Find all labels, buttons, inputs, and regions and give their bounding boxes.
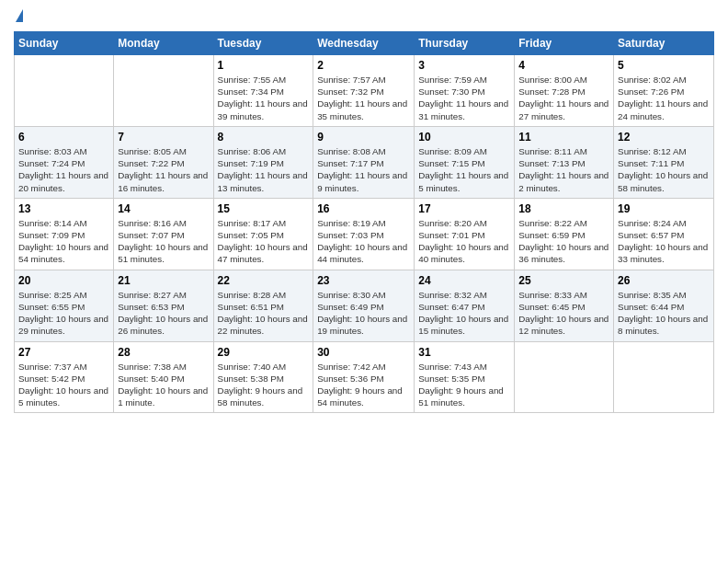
- calendar-cell: 2Sunrise: 7:57 AMSunset: 7:32 PMDaylight…: [313, 55, 415, 127]
- day-number: 24: [418, 274, 510, 287]
- day-header-friday: Friday: [515, 32, 614, 55]
- day-number: 4: [518, 59, 609, 72]
- cell-content: Sunrise: 7:57 AMSunset: 7:32 PMDaylight:…: [317, 74, 410, 122]
- day-header-sunday: Sunday: [15, 32, 114, 55]
- day-number: 29: [218, 346, 310, 359]
- day-header-thursday: Thursday: [415, 32, 515, 55]
- day-number: 9: [317, 131, 410, 144]
- day-number: 30: [317, 346, 410, 359]
- cell-content: Sunrise: 7:37 AMSunset: 5:42 PMDaylight:…: [18, 361, 109, 409]
- calendar-cell: 10Sunrise: 8:09 AMSunset: 7:15 PMDayligh…: [415, 126, 515, 198]
- day-number: 5: [618, 59, 710, 72]
- cell-content: Sunrise: 7:38 AMSunset: 5:40 PMDaylight:…: [118, 361, 209, 409]
- calendar-cell: 14Sunrise: 8:16 AMSunset: 7:07 PMDayligh…: [114, 198, 213, 270]
- logo: [14, 9, 23, 24]
- day-number: 26: [618, 274, 710, 287]
- cell-content: Sunrise: 8:27 AMSunset: 6:53 PMDaylight:…: [118, 289, 209, 338]
- day-number: 8: [218, 131, 310, 144]
- calendar-cell: 30Sunrise: 7:42 AMSunset: 5:36 PMDayligh…: [313, 341, 415, 413]
- calendar-cell: 28Sunrise: 7:38 AMSunset: 5:40 PMDayligh…: [114, 341, 213, 413]
- calendar-cell: 29Sunrise: 7:40 AMSunset: 5:38 PMDayligh…: [213, 341, 313, 413]
- cell-content: Sunrise: 7:43 AMSunset: 5:35 PMDaylight:…: [418, 361, 510, 409]
- calendar-cell: 12Sunrise: 8:12 AMSunset: 7:11 PMDayligh…: [614, 126, 714, 198]
- day-number: 16: [317, 202, 410, 215]
- cell-content: Sunrise: 8:30 AMSunset: 6:49 PMDaylight:…: [317, 289, 410, 338]
- calendar-cell: 11Sunrise: 8:11 AMSunset: 7:13 PMDayligh…: [515, 126, 614, 198]
- day-number: 7: [118, 131, 209, 144]
- day-number: 20: [18, 274, 109, 287]
- calendar-cell: 20Sunrise: 8:25 AMSunset: 6:55 PMDayligh…: [15, 270, 114, 341]
- header: [14, 9, 714, 24]
- day-number: 21: [118, 274, 209, 287]
- cell-content: Sunrise: 8:08 AMSunset: 7:17 PMDaylight:…: [317, 145, 410, 194]
- day-number: 23: [317, 274, 410, 287]
- cell-content: Sunrise: 7:42 AMSunset: 5:36 PMDaylight:…: [317, 361, 410, 409]
- calendar-cell: 24Sunrise: 8:32 AMSunset: 6:47 PMDayligh…: [415, 270, 515, 341]
- cell-content: Sunrise: 8:14 AMSunset: 7:09 PMDaylight:…: [18, 217, 109, 266]
- cell-content: Sunrise: 8:17 AMSunset: 7:05 PMDaylight:…: [218, 217, 310, 266]
- cell-content: Sunrise: 8:28 AMSunset: 6:51 PMDaylight:…: [218, 289, 310, 338]
- day-number: 31: [418, 346, 510, 359]
- cell-content: Sunrise: 7:40 AMSunset: 5:38 PMDaylight:…: [218, 361, 310, 409]
- calendar-header-row: SundayMondayTuesdayWednesdayThursdayFrid…: [15, 32, 714, 55]
- day-number: 13: [18, 202, 109, 215]
- cell-content: Sunrise: 7:59 AMSunset: 7:30 PMDaylight:…: [418, 74, 510, 122]
- calendar-cell: 13Sunrise: 8:14 AMSunset: 7:09 PMDayligh…: [15, 198, 114, 270]
- day-number: 14: [118, 202, 209, 215]
- calendar-cell: 27Sunrise: 7:37 AMSunset: 5:42 PMDayligh…: [15, 341, 114, 413]
- day-header-tuesday: Tuesday: [213, 32, 313, 55]
- day-number: 28: [118, 346, 209, 359]
- calendar-cell: 6Sunrise: 8:03 AMSunset: 7:24 PMDaylight…: [15, 126, 114, 198]
- calendar-cell: [614, 341, 714, 413]
- calendar-cell: 9Sunrise: 8:08 AMSunset: 7:17 PMDaylight…: [313, 126, 415, 198]
- day-number: 12: [618, 131, 710, 144]
- day-header-saturday: Saturday: [614, 32, 714, 55]
- cell-content: Sunrise: 8:00 AMSunset: 7:28 PMDaylight:…: [518, 74, 609, 122]
- calendar-cell: 3Sunrise: 7:59 AMSunset: 7:30 PMDaylight…: [415, 55, 515, 127]
- cell-content: Sunrise: 8:06 AMSunset: 7:19 PMDaylight:…: [218, 145, 310, 194]
- cell-content: Sunrise: 8:25 AMSunset: 6:55 PMDaylight:…: [18, 289, 109, 338]
- calendar-week-row: 20Sunrise: 8:25 AMSunset: 6:55 PMDayligh…: [15, 270, 714, 341]
- day-number: 27: [18, 346, 109, 359]
- calendar-cell: [515, 341, 614, 413]
- calendar-cell: 21Sunrise: 8:27 AMSunset: 6:53 PMDayligh…: [114, 270, 213, 341]
- day-number: 11: [518, 131, 609, 144]
- cell-content: Sunrise: 8:12 AMSunset: 7:11 PMDaylight:…: [618, 145, 710, 194]
- cell-content: Sunrise: 8:05 AMSunset: 7:22 PMDaylight:…: [118, 145, 209, 194]
- cell-content: Sunrise: 7:55 AMSunset: 7:34 PMDaylight:…: [218, 74, 310, 122]
- calendar-cell: 22Sunrise: 8:28 AMSunset: 6:51 PMDayligh…: [213, 270, 313, 341]
- calendar-cell: 25Sunrise: 8:33 AMSunset: 6:45 PMDayligh…: [515, 270, 614, 341]
- day-number: 19: [618, 202, 710, 215]
- calendar-cell: 15Sunrise: 8:17 AMSunset: 7:05 PMDayligh…: [213, 198, 313, 270]
- cell-content: Sunrise: 8:22 AMSunset: 6:59 PMDaylight:…: [518, 217, 609, 266]
- cell-content: Sunrise: 8:20 AMSunset: 7:01 PMDaylight:…: [418, 217, 510, 266]
- day-number: 2: [317, 59, 410, 72]
- calendar-container: SundayMondayTuesdayWednesdayThursdayFrid…: [0, 0, 728, 427]
- day-header-monday: Monday: [114, 32, 213, 55]
- calendar-cell: 7Sunrise: 8:05 AMSunset: 7:22 PMDaylight…: [114, 126, 213, 198]
- day-number: 3: [418, 59, 510, 72]
- day-number: 15: [218, 202, 310, 215]
- cell-content: Sunrise: 8:09 AMSunset: 7:15 PMDaylight:…: [418, 145, 510, 194]
- calendar-week-row: 1Sunrise: 7:55 AMSunset: 7:34 PMDaylight…: [15, 55, 714, 127]
- cell-content: Sunrise: 8:32 AMSunset: 6:47 PMDaylight:…: [418, 289, 510, 338]
- day-number: 17: [418, 202, 510, 215]
- cell-content: Sunrise: 8:16 AMSunset: 7:07 PMDaylight:…: [118, 217, 209, 266]
- day-number: 1: [218, 59, 310, 72]
- day-number: 6: [18, 131, 109, 144]
- calendar-week-row: 27Sunrise: 7:37 AMSunset: 5:42 PMDayligh…: [15, 341, 714, 413]
- calendar-table: SundayMondayTuesdayWednesdayThursdayFrid…: [14, 31, 714, 413]
- calendar-cell: 26Sunrise: 8:35 AMSunset: 6:44 PMDayligh…: [614, 270, 714, 341]
- logo-triangle-icon: [16, 9, 23, 22]
- day-number: 25: [518, 274, 609, 287]
- cell-content: Sunrise: 8:35 AMSunset: 6:44 PMDaylight:…: [618, 289, 710, 338]
- cell-content: Sunrise: 8:33 AMSunset: 6:45 PMDaylight:…: [518, 289, 609, 338]
- day-header-wednesday: Wednesday: [313, 32, 415, 55]
- day-number: 10: [418, 131, 510, 144]
- calendar-cell: 16Sunrise: 8:19 AMSunset: 7:03 PMDayligh…: [313, 198, 415, 270]
- calendar-week-row: 13Sunrise: 8:14 AMSunset: 7:09 PMDayligh…: [15, 198, 714, 270]
- calendar-cell: [114, 55, 213, 127]
- cell-content: Sunrise: 8:19 AMSunset: 7:03 PMDaylight:…: [317, 217, 410, 266]
- day-number: 22: [218, 274, 310, 287]
- calendar-cell: 5Sunrise: 8:02 AMSunset: 7:26 PMDaylight…: [614, 55, 714, 127]
